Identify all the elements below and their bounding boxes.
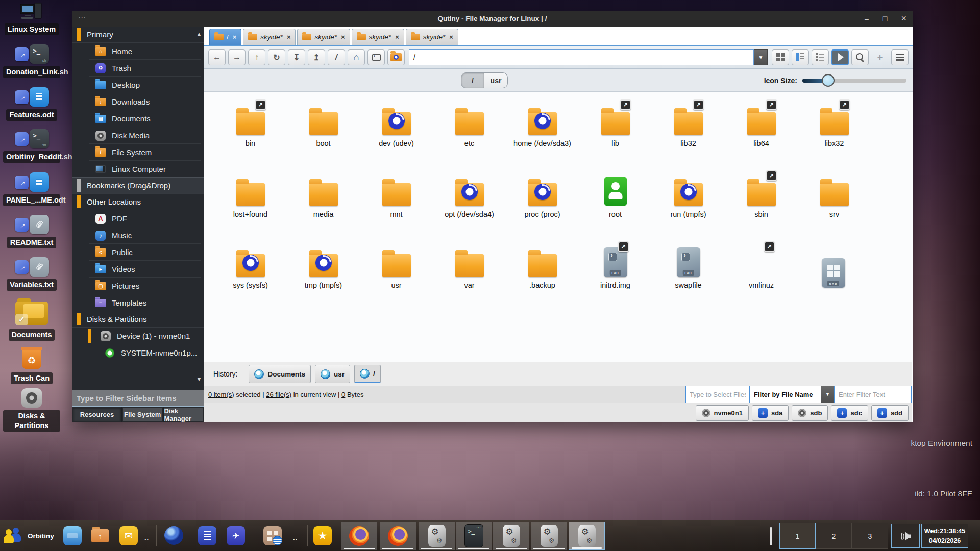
- sidebar-header-other-locations[interactable]: Other Locations: [72, 194, 204, 210]
- grid-view-button[interactable]: [772, 49, 789, 65]
- sidebar-header-disks-partitions[interactable]: Disks & Partitions: [72, 311, 204, 328]
- refresh-button[interactable]: [268, 49, 285, 65]
- home-button[interactable]: [348, 49, 365, 65]
- sidebar-item-templates[interactable]: Templates: [72, 294, 204, 311]
- titlebar[interactable]: Qutiny - File Manager for Linux | /: [72, 11, 913, 27]
- launcher-browser[interactable]: [164, 526, 183, 545]
- volume-button[interactable]: [891, 524, 920, 548]
- scroll-to-top-button[interactable]: [308, 49, 325, 65]
- tab-skyide-1[interactable]: skyide*: [243, 29, 296, 45]
- file-item[interactable]: lost+found: [214, 170, 287, 241]
- device-button-nvme0n1[interactable]: nvme0n1: [696, 405, 749, 421]
- sidebar-tab-disk-manager[interactable]: Disk Manager: [164, 407, 204, 422]
- filter-text-input[interactable]: [835, 386, 912, 403]
- sidebar-scroll-up-icon[interactable]: [196, 31, 202, 38]
- compact-view-button[interactable]: [812, 49, 829, 65]
- file-item[interactable]: sbin: [725, 170, 798, 241]
- task-button-settings[interactable]: [419, 522, 455, 550]
- device-button-sdc[interactable]: sdc: [831, 405, 868, 421]
- taskbar-scrollbar[interactable]: [770, 527, 772, 545]
- overflow-dots[interactable]: ..: [144, 534, 149, 541]
- task-button-settings-active[interactable]: [569, 522, 605, 550]
- sidebar-item-device-nvme0n1[interactable]: Device (1) - nvme0n1: [72, 328, 204, 344]
- tab-skyide-4[interactable]: skyide*: [406, 29, 458, 45]
- task-button-firefox[interactable]: [341, 522, 377, 550]
- workspace-1[interactable]: 1: [779, 523, 816, 549]
- slider-knob[interactable]: [822, 74, 835, 87]
- sidebar-item-home[interactable]: Home: [72, 43, 204, 60]
- root-button[interactable]: [328, 49, 345, 65]
- file-item[interactable]: var: [433, 241, 506, 312]
- history-item-documents[interactable]: Documents: [249, 365, 311, 383]
- device-button-sdd[interactable]: sdd: [871, 405, 909, 421]
- filter-by-dropdown[interactable]: Filter by File Name▼: [750, 386, 835, 403]
- task-button-firefox-2[interactable]: [380, 522, 416, 550]
- file-item[interactable]: lib64: [725, 99, 798, 170]
- file-item[interactable]: exevmlinuz: [725, 241, 798, 312]
- sidebar-item-videos[interactable]: Videos: [72, 261, 204, 278]
- file-item[interactable]: lib: [579, 99, 652, 170]
- file-item[interactable]: etc: [433, 99, 506, 170]
- forward-button[interactable]: [228, 49, 246, 65]
- desktop-icon-features-odt[interactable]: Features.odt: [3, 87, 60, 121]
- desktop-icon-panel-readme-odt[interactable]: PANEL_...ME.odt: [3, 172, 60, 206]
- file-item[interactable]: libx32: [798, 99, 871, 170]
- workspace-3[interactable]: 3: [852, 523, 888, 549]
- sidebar-header-bookmarks[interactable]: Bookmarks (Drag&Drop): [72, 178, 204, 194]
- file-item[interactable]: mnt: [360, 170, 433, 241]
- file-item[interactable]: lib32: [652, 99, 725, 170]
- launcher-archive[interactable]: [91, 526, 109, 545]
- detail-view-button[interactable]: [792, 49, 809, 65]
- icon-size-slider[interactable]: [802, 79, 906, 83]
- tab-close-icon[interactable]: [395, 33, 399, 41]
- task-button-terminal[interactable]: [456, 522, 492, 550]
- sidebar-item-linux-computer[interactable]: Linux Computer: [72, 161, 204, 178]
- desktop-icon-linux-system[interactable]: Linux System: [3, 1, 60, 35]
- sidebar-item-disk-media[interactable]: Disk Media: [72, 127, 204, 144]
- device-button-sdb[interactable]: sdb: [792, 405, 828, 421]
- desktop-icon-trash-can[interactable]: Trash Can: [3, 348, 60, 384]
- tab-close-icon[interactable]: [341, 33, 345, 41]
- file-item[interactable]: boot: [287, 99, 360, 170]
- tab-root[interactable]: /: [209, 29, 241, 45]
- thumbnail-view-button[interactable]: [831, 49, 849, 65]
- file-item[interactable]: runinitrd.img: [579, 241, 652, 312]
- tab-skyide-2[interactable]: skyide*: [297, 29, 350, 45]
- file-item[interactable]: run (tmpfs): [652, 170, 725, 241]
- file-item[interactable]: .backup: [506, 241, 579, 312]
- workspace-2[interactable]: 2: [816, 523, 852, 549]
- sidebar-tab-resources[interactable]: Resources: [72, 407, 121, 422]
- sidebar-item-pictures[interactable]: Pictures: [72, 278, 204, 294]
- launcher-app-group[interactable]: [263, 526, 282, 545]
- up-button[interactable]: [248, 49, 265, 65]
- sidebar-item-desktop[interactable]: Desktop: [72, 77, 204, 93]
- sidebar-item-documents[interactable]: Documents: [72, 110, 204, 127]
- tab-skyide-3[interactable]: skyide*: [352, 29, 404, 45]
- sidebar-item-downloads[interactable]: Downloads: [72, 93, 204, 110]
- history-item-usr[interactable]: usr: [315, 365, 350, 383]
- file-item[interactable]: home (/dev/sda3): [506, 99, 579, 170]
- sidebar-tab-file-system[interactable]: File System: [122, 407, 163, 422]
- sidebar-filter-input[interactable]: [72, 390, 204, 407]
- add-tab-button[interactable]: [871, 49, 889, 65]
- launcher-favorites[interactable]: [313, 526, 332, 545]
- file-item[interactable]: tmp (tmpfs): [287, 241, 360, 312]
- sidebar-item-system-partition[interactable]: SYSTEM-nvme0n1p...: [72, 344, 204, 361]
- desktop-icon-readme-txt[interactable]: README.txt: [3, 214, 60, 248]
- file-item[interactable]: opt (/dev/sda4): [433, 170, 506, 241]
- address-bar-input[interactable]: [409, 49, 754, 65]
- desktop-icon-orbitiny-reddit[interactable]: Orbitiny_Reddit.sh: [3, 129, 60, 163]
- sidebar-item-public[interactable]: Public: [72, 244, 204, 261]
- search-button[interactable]: [851, 49, 869, 65]
- tab-close-icon[interactable]: [233, 33, 237, 41]
- breadcrumb-root[interactable]: /: [461, 72, 484, 88]
- task-button-settings-3[interactable]: [531, 522, 567, 550]
- launcher-file-manager[interactable]: [63, 526, 82, 545]
- desktop-icon-variables-txt[interactable]: Variables.txt: [3, 257, 60, 291]
- type-to-select-input[interactable]: [685, 386, 750, 403]
- desktop-icon-documents[interactable]: Documents: [3, 297, 60, 341]
- sidebar-item-file-system[interactable]: File System: [72, 144, 204, 161]
- close-button[interactable]: [901, 13, 906, 24]
- history-item-root[interactable]: /: [354, 365, 381, 383]
- desktop-icon-disks-partitions[interactable]: Disks & Partitions: [3, 388, 60, 432]
